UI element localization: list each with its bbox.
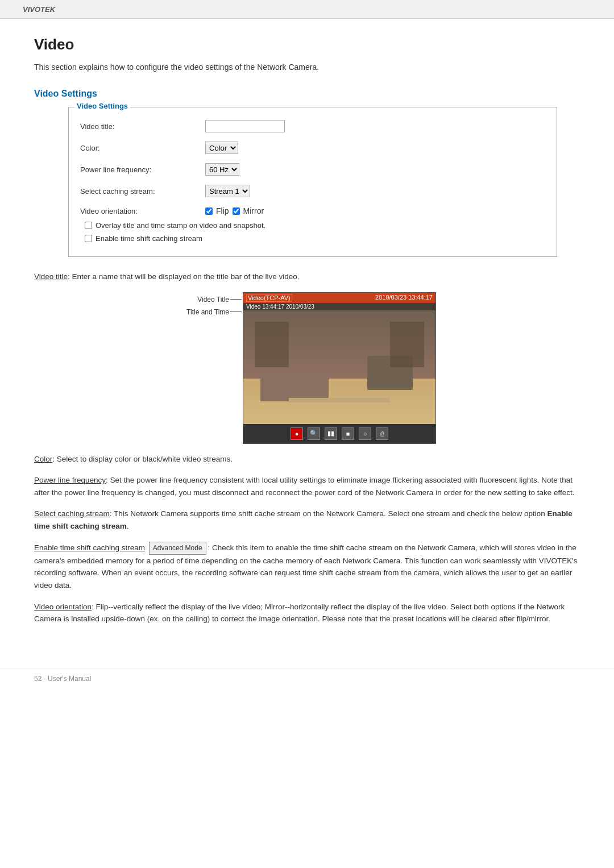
- video-subtitle-bar: Video 13:44:17 2010/03/23: [243, 303, 435, 310]
- title-and-time-preview-label: Title and Time: [178, 308, 229, 316]
- flip-label: Flip: [216, 206, 229, 215]
- caching-stream-description: Select caching stream: This Network Came…: [34, 508, 580, 532]
- room-sofa: [260, 373, 329, 401]
- overlay-row: Overlay title and time stamp on video an…: [85, 221, 545, 230]
- caching-stream-row: Select caching stream: Stream 1 Stream 2: [80, 181, 545, 197]
- video-preview-section: Video Title Title and Time Video(TCP-AV)…: [178, 292, 436, 444]
- video-title-bar-text: Video(TCP-AV): [246, 294, 292, 302]
- time-shift-checkbox[interactable]: [85, 235, 92, 242]
- snapshot-button[interactable]: ⎙: [376, 427, 388, 440]
- caching-desc-text: : This Network Camera supports time shif…: [110, 509, 547, 518]
- video-title-desc-text: : Enter a name that will be displayed on…: [68, 272, 300, 281]
- video-title-row: Video title:: [80, 117, 545, 132]
- zoom-button[interactable]: 🔍: [308, 427, 320, 440]
- room-table: [289, 398, 390, 402]
- caching-stream-select[interactable]: Stream 1 Stream 2: [205, 185, 250, 197]
- advanced-mode-badge[interactable]: Advanced Mode: [149, 542, 206, 555]
- power-line-label: Power line frequency:: [80, 165, 205, 174]
- color-desc-text: : Select to display color or black/white…: [52, 455, 233, 463]
- video-controls-bar: ● 🔍 ▮▮ ■ ○ ⎙: [243, 424, 435, 443]
- video-title-control[interactable]: [205, 120, 285, 132]
- color-control[interactable]: Color B/W: [205, 142, 238, 154]
- video-timestamp: 2010/03/23 13:44:17: [375, 294, 433, 302]
- record-button[interactable]: ●: [291, 427, 303, 440]
- settings-box-label: Video Settings: [74, 102, 130, 110]
- intro-paragraph: This section explains how to configure t…: [34, 63, 580, 72]
- page-footer: 52 - User's Manual: [0, 668, 614, 688]
- video-title-desc-label: Video title: [34, 272, 68, 281]
- section-title-video-settings: Video Settings: [34, 89, 580, 99]
- label-dash-2: [230, 312, 242, 312]
- power-line-desc-label: Power line frequency: [34, 476, 106, 484]
- room-curtain-right: [390, 322, 424, 367]
- video-orientation-label: Video orientation:: [80, 207, 205, 215]
- caching-stream-control[interactable]: Stream 1 Stream 2: [205, 185, 250, 197]
- power-line-control[interactable]: 50 Hz 60 Hz: [205, 163, 239, 176]
- circle-button[interactable]: ○: [359, 427, 371, 440]
- power-line-desc-text: : Set the power line frequency consisten…: [34, 476, 575, 497]
- preview-labels: Video Title Title and Time: [178, 292, 243, 318]
- color-label: Color:: [80, 144, 205, 152]
- pause-button[interactable]: ▮▮: [325, 427, 337, 440]
- label-dash-1: [230, 299, 242, 300]
- caching-stream-label: Select caching stream:: [80, 187, 205, 196]
- caching-desc-label: Select caching stream: [34, 509, 110, 518]
- power-line-row: Power line frequency: 50 Hz 60 Hz: [80, 160, 545, 176]
- page-title: Video: [34, 36, 580, 53]
- video-orientation-description: Video orientation: Flip--vertically refl…: [34, 601, 580, 625]
- video-subtitle-text: Video 13:44:17 2010/03/23: [246, 304, 314, 310]
- color-description: Color: Select to display color or black/…: [34, 453, 580, 466]
- color-select[interactable]: Color B/W: [205, 142, 238, 154]
- color-row: Color: Color B/W: [80, 138, 545, 154]
- mirror-label: Mirror: [243, 206, 264, 215]
- video-orientation-control[interactable]: Flip Mirror: [205, 206, 264, 215]
- main-content: Video This section explains how to confi…: [0, 19, 614, 657]
- time-shift-description: Enable time shift caching stream Advance…: [34, 542, 580, 592]
- video-title-label: Video title:: [80, 122, 205, 131]
- brand-logo: VIVOTEK: [23, 5, 55, 14]
- video-title-description: Video title: Enter a name that will be d…: [34, 271, 580, 283]
- video-screen: Video(TCP-AV) 2010/03/23 13:44:17 Video …: [243, 292, 436, 444]
- video-title-preview-label: Video Title: [178, 296, 229, 304]
- video-orientation-row: Video orientation: Flip Mirror: [80, 203, 545, 215]
- time-shift-row: Enable time shift caching stream: [85, 234, 545, 243]
- footer-text: 52 - User's Manual: [34, 675, 91, 683]
- flip-checkbox[interactable]: [205, 207, 213, 215]
- video-title-input[interactable]: [205, 120, 285, 132]
- video-orientation-desc-text: : Flip--vertically reflect the display o…: [34, 603, 565, 624]
- time-shift-desc-label: Enable time shift caching stream: [34, 543, 145, 552]
- room-curtain-left: [255, 322, 289, 367]
- page-header: VIVOTEK: [0, 0, 614, 19]
- mirror-checkbox[interactable]: [233, 207, 240, 215]
- video-settings-box: Video Settings Video title: Color: Color…: [68, 107, 557, 257]
- overlay-checkbox[interactable]: [85, 222, 92, 229]
- video-orientation-desc-label: Video orientation: [34, 603, 92, 611]
- caching-desc-end: .: [127, 522, 129, 530]
- color-desc-label: Color: [34, 455, 52, 463]
- time-shift-label: Enable time shift caching stream: [96, 234, 202, 243]
- video-title-bar: Video(TCP-AV) 2010/03/23 13:44:17: [243, 293, 435, 303]
- video-image: [243, 310, 435, 424]
- power-line-select[interactable]: 50 Hz 60 Hz: [205, 163, 239, 176]
- title-time-label-row: Title and Time: [178, 306, 243, 318]
- overlay-label: Overlay title and time stamp on video an…: [96, 221, 265, 230]
- stop-button[interactable]: ■: [342, 427, 354, 440]
- power-line-description: Power line frequency: Set the power line…: [34, 474, 580, 499]
- video-title-label-row: Video Title: [178, 293, 243, 306]
